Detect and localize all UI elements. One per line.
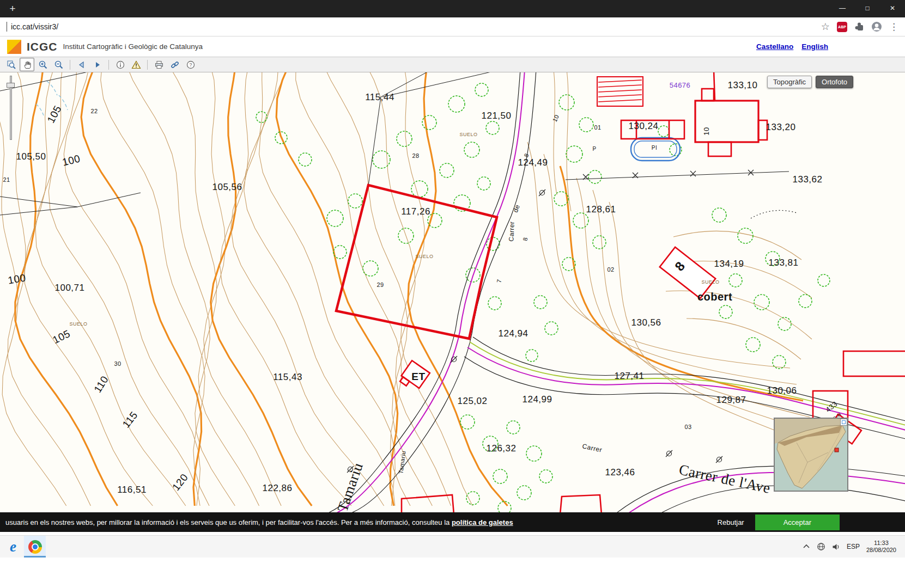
internet-explorer-icon[interactable]: e: [2, 536, 24, 558]
keyboard-language-indicator[interactable]: ESP: [847, 543, 860, 550]
bookmark-star-icon[interactable]: ☆: [821, 22, 830, 32]
zoom-slider[interactable]: [7, 76, 15, 140]
chrome-icon[interactable]: [24, 536, 46, 558]
tree-symbols: [256, 83, 830, 512]
cookie-banner: usuaris en els nostres webs, per millora…: [0, 512, 905, 532]
zoom-in-button[interactable]: [35, 58, 50, 71]
toolbar-divider: [70, 60, 70, 70]
zoom-out-button[interactable]: [51, 58, 66, 71]
stairs-symbol: [597, 77, 643, 106]
network-globe-icon[interactable]: [817, 542, 825, 551]
info-button[interactable]: [113, 58, 127, 71]
clock-date: 28/08/2020: [866, 547, 896, 554]
permalink-button[interactable]: [167, 58, 182, 71]
zoom-slider-handle[interactable]: [7, 83, 15, 88]
pan-hand-button[interactable]: [20, 58, 34, 71]
chrome-logo: [28, 540, 42, 554]
icgc-logo: [7, 40, 21, 54]
building-outline: [695, 101, 758, 142]
cookie-message-text: usuaris en els nostres webs, per millora…: [5, 518, 452, 526]
new-tab-button[interactable]: +: [4, 1, 21, 16]
help-button[interactable]: ?: [183, 58, 198, 71]
window-minimize-button[interactable]: —: [830, 0, 855, 17]
svg-text:?: ?: [189, 62, 192, 68]
browser-menu-icon[interactable]: ⋮: [889, 21, 898, 33]
transformer-building: [398, 360, 430, 393]
minimap-expand-icon[interactable]: [840, 419, 847, 426]
site-title: Institut Cartogràfic i Geològic de Catal…: [63, 42, 203, 51]
browser-address-bar: icc.cat/vissir3/ ☆ ABP ⋮: [0, 17, 905, 36]
utility-symbols: [347, 189, 722, 473]
cookie-message: usuaris en els nostres webs, per millora…: [5, 518, 513, 526]
map-toolbar: ?: [0, 57, 905, 72]
window-maximize-button[interactable]: □: [855, 0, 880, 17]
boundary-lines: [0, 72, 797, 218]
layer-switcher: Topogràfic Ortofoto: [767, 76, 853, 88]
window-controls: — □ ✕: [830, 0, 905, 17]
lang-castellano-link[interactable]: Castellano: [756, 42, 793, 51]
lang-english-link[interactable]: English: [801, 42, 828, 51]
hand-icon: [22, 60, 32, 70]
toolbar-divider: [108, 60, 109, 70]
brand-text: ICGC: [27, 40, 58, 53]
address-bar-icons: ☆ ABP ⋮: [821, 21, 898, 33]
taskbar-clock[interactable]: 11:33 28/08/2020: [866, 540, 896, 554]
chevron-up-icon[interactable]: [803, 544, 810, 549]
layer-button-topografic[interactable]: Topogràfic: [767, 76, 812, 88]
current-location-marker: [835, 448, 839, 452]
adblock-extension-icon[interactable]: ABP: [837, 22, 847, 32]
overview-minimap[interactable]: [774, 418, 848, 492]
warning-button[interactable]: [129, 58, 143, 71]
cookie-buttons: Rebutjar Acceptar: [718, 514, 840, 530]
catalonia-overview-map: [775, 419, 847, 491]
clock-time: 11:33: [866, 540, 896, 547]
speaker-icon[interactable]: [832, 543, 840, 550]
layer-button-ortofoto[interactable]: Ortofoto: [816, 76, 853, 88]
cookie-reject-button[interactable]: Rebutjar: [718, 518, 744, 526]
browser-tab-strip: + — □ ✕: [0, 0, 905, 17]
screen: + — □ ✕ icc.cat/vissir3/ ☆ ABP ⋮ ICGC In…: [0, 0, 905, 588]
url-field[interactable]: icc.cat/vissir3/: [7, 22, 58, 32]
cookie-accept-button[interactable]: Acceptar: [755, 514, 840, 530]
print-button[interactable]: [151, 58, 166, 71]
site-header: ICGC Institut Cartogràfic i Geològic de …: [0, 36, 905, 57]
screen-filler: [0, 558, 905, 588]
extensions-puzzle-icon[interactable]: [854, 22, 864, 32]
map-viewport[interactable]: 115,44121,50133,1054676130,24133,20124,4…: [0, 72, 905, 512]
system-tray: ESP 11:33 28/08/2020: [803, 540, 903, 554]
window-close-button[interactable]: ✕: [880, 0, 905, 17]
pool-symbol: [631, 138, 680, 161]
language-links: Castellano English: [756, 42, 828, 51]
forward-button[interactable]: [90, 58, 105, 71]
profile-avatar-icon[interactable]: [871, 21, 882, 32]
taskbar: e ESP 11:33 28/08/2020: [0, 535, 905, 558]
map-canvas: [0, 72, 905, 512]
toolbar-divider: [147, 60, 148, 70]
back-button[interactable]: [74, 58, 89, 71]
cookie-policy-link[interactable]: política de galetes: [452, 518, 513, 526]
zoom-extent-button[interactable]: [4, 58, 19, 71]
